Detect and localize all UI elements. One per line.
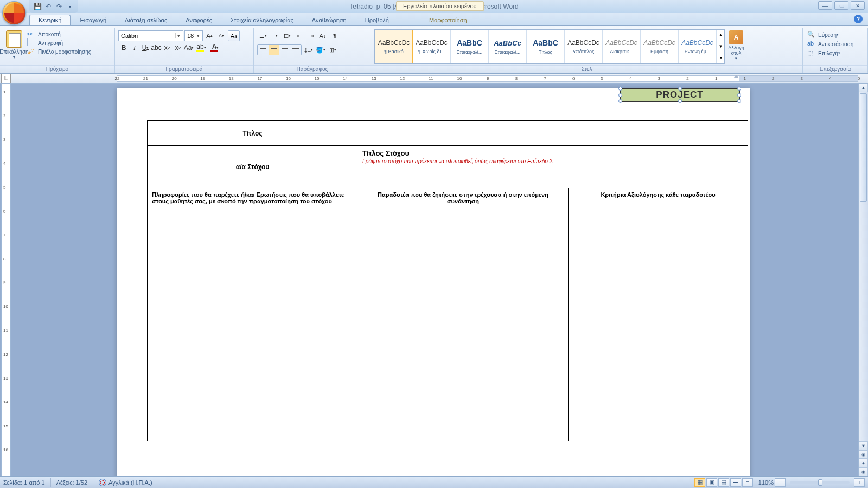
- resize-handle[interactable]: [678, 99, 682, 103]
- outline-view[interactable]: ☰: [730, 478, 741, 487]
- highlight-button[interactable]: ab▾: [194, 42, 208, 53]
- increase-indent-button[interactable]: ⇥: [305, 30, 317, 41]
- tab-insert[interactable]: Εισαγωγή: [71, 15, 116, 25]
- paste-button[interactable]: Επικόλληση ▾: [3, 28, 25, 60]
- gallery-more[interactable]: ▾: [717, 52, 724, 63]
- style-Εμφαση[interactable]: AaBbCcDcΕμφαση: [641, 30, 679, 63]
- save-icon[interactable]: 💾: [33, 2, 42, 11]
- proofing-icon[interactable]: [99, 479, 106, 486]
- chevron-down-icon[interactable]: ▾: [175, 33, 182, 38]
- font-size-combo[interactable]: 18▾: [184, 30, 203, 41]
- bold-button[interactable]: B: [118, 42, 129, 53]
- minimize-button[interactable]: —: [818, 1, 832, 10]
- tab-mailings[interactable]: Στοιχεία αλληλογραφίας: [221, 15, 303, 25]
- header-col2[interactable]: Παραδοτέα που θα ζητήσετε στην τρέχουσα …: [358, 188, 569, 208]
- gallery-down[interactable]: ▼: [717, 41, 724, 53]
- subscript-button[interactable]: x2: [162, 42, 173, 53]
- superscript-button[interactable]: x2: [173, 42, 183, 53]
- resize-handle[interactable]: [678, 87, 682, 91]
- maximize-button[interactable]: ▭: [834, 1, 848, 10]
- show-marks-button[interactable]: ¶: [329, 30, 341, 41]
- body-col2[interactable]: [358, 208, 569, 441]
- clear-format-button[interactable]: A̶a: [228, 30, 240, 41]
- page[interactable]: PROJECT Τίτλος α/α ΣτόχουΤίτλος ΣτόχουΓρ…: [117, 88, 750, 476]
- horizontal-ruler[interactable]: L 22212019181716151413121110987654321123…: [0, 74, 868, 84]
- tab-review[interactable]: Αναθεώρηση: [303, 15, 356, 25]
- header-col3[interactable]: Κριτήρια Αξιολόγησης κάθε παραδοτέου: [569, 188, 748, 208]
- status-language[interactable]: Αγγλικά (Η.Π.Α.): [108, 479, 152, 486]
- undo-icon[interactable]: ↶: [43, 2, 53, 11]
- redo-icon[interactable]: ↷: [54, 2, 64, 11]
- prev-page-button[interactable]: ◉: [859, 450, 868, 459]
- style-Επικεφαλί...[interactable]: AaBbCcΕπικεφαλί...: [489, 30, 527, 63]
- tab-format-context[interactable]: Μορφοποίηση: [420, 15, 476, 25]
- shrink-font-button[interactable]: A▾: [216, 30, 227, 41]
- scroll-up-button[interactable]: ▲: [859, 84, 868, 92]
- font-name-combo[interactable]: Calibri▾: [118, 30, 183, 41]
- align-justify-button[interactable]: [290, 45, 301, 55]
- resize-handle[interactable]: [737, 99, 741, 103]
- tab-selector[interactable]: L: [1, 74, 11, 84]
- print-layout-view[interactable]: ▦: [694, 478, 705, 487]
- zoom-out-button[interactable]: −: [775, 478, 786, 487]
- style-Εντονη έμ...[interactable]: AaBbCcDcΕντονη έμ...: [679, 30, 717, 63]
- font-color-button[interactable]: A▾: [208, 42, 222, 53]
- cell-title-value[interactable]: [358, 121, 748, 146]
- document-table[interactable]: Τίτλος α/α ΣτόχουΤίτλος ΣτόχουΓράψτε το …: [147, 120, 748, 441]
- italic-button[interactable]: I: [129, 42, 140, 53]
- header-col1[interactable]: Πληροφορίες που θα παρέχετε ή/και Ερωτήσ…: [148, 188, 358, 208]
- align-right-button[interactable]: [279, 45, 290, 55]
- style-¶ Βασικό[interactable]: AaBbCcDc¶ Βασικό: [375, 30, 413, 63]
- style-Υπότιτλος[interactable]: AaBbCcDcΥπότιτλος: [565, 30, 603, 63]
- textbox-project[interactable]: PROJECT: [620, 88, 740, 102]
- align-center-button[interactable]: [269, 45, 279, 55]
- find-button[interactable]: 🔍Εύρεση ▾: [806, 30, 854, 39]
- gallery-up[interactable]: ▲: [717, 30, 724, 41]
- scroll-down-button[interactable]: ▼: [859, 441, 868, 450]
- vertical-ruler[interactable]: 12345678910111213141516: [1, 84, 11, 476]
- close-button[interactable]: ✕: [851, 1, 865, 10]
- change-styles-button[interactable]: A Αλλαγή στυλ ▾: [725, 28, 748, 63]
- cell-goal-id[interactable]: α/α Στόχου: [148, 146, 358, 188]
- cell-title-label[interactable]: Τίτλος: [148, 121, 358, 146]
- replace-button[interactable]: abΑντικατάσταση: [806, 40, 854, 48]
- resize-handle[interactable]: [737, 87, 741, 91]
- style-Διακριτικ...[interactable]: AaBbCcDcΔιακριτικ...: [603, 30, 641, 63]
- status-words[interactable]: Λέξεις: 1/52: [56, 479, 87, 486]
- resize-handle[interactable]: [737, 93, 741, 97]
- line-spacing-button[interactable]: ‡≡▾: [303, 44, 315, 55]
- browse-object-button[interactable]: ●: [859, 459, 868, 467]
- copy-button[interactable]: Αντιγραφή: [27, 39, 91, 47]
- decrease-indent-button[interactable]: ⇤: [293, 30, 305, 41]
- tab-view[interactable]: Προβολή: [356, 15, 398, 25]
- sort-button[interactable]: A↓: [317, 30, 329, 41]
- strike-button[interactable]: abc: [151, 42, 162, 53]
- body-col1[interactable]: [148, 208, 358, 441]
- grow-font-button[interactable]: A▴: [204, 30, 215, 41]
- qat-more-icon[interactable]: ▾: [65, 2, 75, 11]
- zoom-slider[interactable]: [790, 481, 850, 484]
- style-¶ Χωρίς δι...[interactable]: AaBbCcDc¶ Χωρίς δι...: [413, 30, 451, 63]
- zoom-thumb[interactable]: [818, 479, 822, 486]
- tab-references[interactable]: Αναφορές: [176, 15, 221, 25]
- chevron-down-icon[interactable]: ▾: [195, 33, 201, 38]
- office-button[interactable]: [2, 1, 26, 25]
- numbering-button[interactable]: ≡▾: [269, 30, 281, 41]
- status-page[interactable]: Σελίδα: 1 από 1: [3, 479, 45, 486]
- draft-view[interactable]: ≡: [742, 478, 753, 487]
- align-left-button[interactable]: [258, 45, 269, 55]
- underline-button[interactable]: U▾: [140, 42, 151, 53]
- resize-handle[interactable]: [618, 99, 622, 103]
- fullscreen-view[interactable]: ▣: [706, 478, 717, 487]
- tab-pagelayout[interactable]: Διάταξη σελίδας: [116, 15, 176, 25]
- resize-handle[interactable]: [618, 87, 622, 91]
- style-Τίτλος[interactable]: AaBbCΤίτλος: [527, 30, 565, 63]
- help-icon[interactable]: ?: [854, 15, 863, 23]
- shading-button[interactable]: 🪣▾: [315, 44, 327, 55]
- zoom-in-button[interactable]: +: [854, 478, 865, 487]
- format-painter-button[interactable]: 🖌Πινέλο μορφοποίησης: [27, 48, 91, 55]
- cell-goal-title[interactable]: Τίτλος ΣτόχουΓράψτε το στόχο που πρόκειτ…: [358, 146, 748, 188]
- multilevel-button[interactable]: ⊟▾: [281, 30, 293, 41]
- next-page-button[interactable]: ◉: [859, 467, 868, 476]
- resize-handle[interactable]: [618, 93, 622, 97]
